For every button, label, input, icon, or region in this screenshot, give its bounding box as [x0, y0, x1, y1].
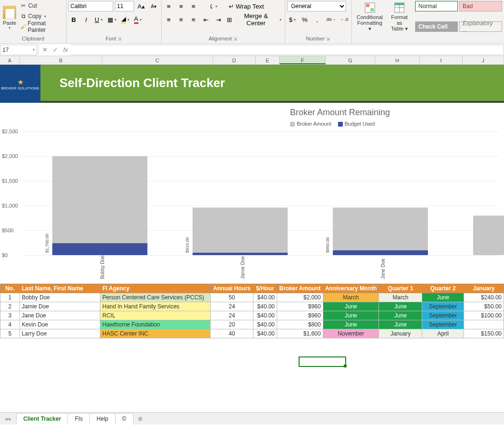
col-header-I[interactable]: I: [420, 56, 463, 64]
table-header[interactable]: Last Name, First Name: [19, 284, 100, 293]
insert-function-button[interactable]: fx: [60, 45, 71, 55]
copy-button[interactable]: ⧉Copy: [19, 11, 64, 21]
cell[interactable]: 2: [0, 302, 20, 311]
cell[interactable]: $150.00: [464, 329, 504, 338]
col-header-A[interactable]: A: [0, 56, 20, 64]
col-header-E[interactable]: E: [256, 56, 280, 64]
indent-inc-button[interactable]: ⇥: [213, 14, 223, 25]
cell[interactable]: Larry Doe: [19, 329, 100, 338]
align-right-button[interactable]: ≡: [188, 14, 199, 25]
table-row[interactable]: 4Kevin DoeHawthorne Foundation20$40.00$8…: [0, 320, 504, 329]
orientation-button[interactable]: ⤹: [207, 1, 219, 11]
cell[interactable]: Person Centered Care Services (PCCS): [100, 293, 211, 302]
font-name-select[interactable]: [68, 1, 113, 11]
worksheet[interactable]: ★ BROKER SOLUTIONS Self-Direction Client…: [0, 65, 504, 425]
number-format-select[interactable]: General: [287, 1, 346, 11]
align-center-button[interactable]: ≡: [176, 14, 186, 25]
cell[interactable]: September: [422, 302, 464, 311]
cell[interactable]: Bobby Doe: [19, 293, 100, 302]
col-header-G[interactable]: G: [326, 56, 375, 64]
cell[interactable]: Jane Doe: [19, 311, 100, 320]
cell[interactable]: $40.00: [253, 320, 277, 329]
accounting-button[interactable]: $: [287, 14, 298, 25]
cell[interactable]: RCIL: [100, 311, 211, 320]
table-header[interactable]: Broker Amount: [277, 284, 323, 293]
sheet-tab[interactable]: ©: [115, 413, 134, 425]
wrap-text-button[interactable]: ↵ Wrap Text: [227, 1, 265, 11]
cell[interactable]: $40.00: [253, 329, 277, 338]
cell[interactable]: Kevin Doe: [19, 320, 100, 329]
table-header[interactable]: $/Hour: [253, 284, 277, 293]
cell[interactable]: March: [323, 293, 379, 302]
cell[interactable]: November: [323, 329, 379, 338]
cell[interactable]: [464, 320, 504, 329]
cell[interactable]: June: [323, 311, 379, 320]
align-dialog-launcher[interactable]: ⇲: [232, 36, 238, 41]
italic-button[interactable]: I: [81, 14, 91, 25]
indent-dec-button[interactable]: ⇤: [201, 14, 211, 25]
table-header[interactable]: Annual Hours: [211, 284, 253, 293]
percent-button[interactable]: %: [300, 14, 310, 25]
cell[interactable]: $2,000: [277, 293, 323, 302]
cut-button[interactable]: ✂Cut: [19, 1, 64, 10]
comma-button[interactable]: ,: [312, 14, 322, 25]
sheet-tab[interactable]: Client Tracker: [16, 413, 68, 425]
border-button[interactable]: ▦: [106, 14, 118, 25]
col-header-H[interactable]: H: [375, 56, 420, 64]
cell[interactable]: 3: [0, 311, 20, 320]
table-row[interactable]: 3Jane DoeRCIL24$40.00$960JuneJuneSeptemb…: [0, 311, 504, 320]
cell[interactable]: June: [323, 302, 379, 311]
style-explanatory[interactable]: Explanatory ...: [459, 21, 502, 32]
inc-decimal-button[interactable]: .00→: [324, 14, 337, 25]
cell[interactable]: $50.00: [464, 302, 504, 311]
formula-input[interactable]: [71, 45, 504, 55]
name-box[interactable]: 17: [0, 45, 37, 55]
format-painter-button[interactable]: 🖌Format Painter: [19, 22, 64, 31]
cell[interactable]: 1: [0, 293, 20, 302]
chart[interactable]: Broker Amount Remaining Broker Amount Bu…: [0, 103, 504, 284]
font-color-button[interactable]: A: [133, 14, 143, 25]
cell[interactable]: $240.00: [464, 293, 504, 302]
cell[interactable]: 24: [211, 311, 253, 320]
enter-formula-button[interactable]: ✓: [50, 45, 60, 55]
grow-font-button[interactable]: A▴: [136, 1, 146, 11]
cell[interactable]: 20: [211, 320, 253, 329]
table-header[interactable]: FI Agency: [100, 284, 211, 293]
cell[interactable]: $960: [277, 311, 323, 320]
col-header-C[interactable]: C: [102, 56, 213, 64]
dec-decimal-button[interactable]: ←.0: [339, 14, 349, 25]
align-left-button[interactable]: ≡: [164, 14, 174, 25]
cell[interactable]: 4: [0, 320, 20, 329]
cell[interactable]: March: [379, 293, 422, 302]
cancel-formula-button[interactable]: ✕: [39, 45, 50, 55]
cell[interactable]: Jamie Doe: [19, 302, 100, 311]
align-middle-button[interactable]: ≡: [176, 1, 186, 11]
style-check-cell[interactable]: Check Cell: [415, 21, 458, 32]
data-table[interactable]: No.Last Name, First NameFI AgencyAnnual …: [0, 284, 504, 338]
cell[interactable]: June: [323, 320, 379, 329]
active-cell[interactable]: [299, 356, 346, 367]
underline-button[interactable]: U: [93, 14, 104, 25]
cell[interactable]: September: [422, 320, 464, 329]
cell[interactable]: January: [379, 329, 422, 338]
align-top-button[interactable]: ≡: [164, 1, 174, 11]
cell[interactable]: 50: [211, 293, 253, 302]
col-header-D[interactable]: D: [213, 56, 256, 64]
table-header[interactable]: January: [464, 284, 504, 293]
tab-nav[interactable]: ◂▸: [5, 415, 11, 422]
cell[interactable]: $800: [277, 320, 323, 329]
bold-button[interactable]: B: [68, 14, 79, 25]
cell[interactable]: $40.00: [253, 311, 277, 320]
table-header[interactable]: No.: [0, 284, 20, 293]
number-dialog-launcher[interactable]: ⇲: [325, 36, 331, 41]
cell[interactable]: 24: [211, 302, 253, 311]
font-size-select[interactable]: [115, 1, 134, 11]
conditional-formatting-button[interactable]: Conditional Formatting ▾: [354, 1, 386, 40]
font-dialog-launcher[interactable]: ⇲: [116, 36, 122, 41]
cell[interactable]: $100.00: [464, 311, 504, 320]
cell[interactable]: Hand In Hand Family Services: [100, 302, 211, 311]
cell[interactable]: $40.00: [253, 293, 277, 302]
cell[interactable]: HASC Center INC: [100, 329, 211, 338]
cell[interactable]: 40: [211, 329, 253, 338]
new-sheet-button[interactable]: ⊕: [138, 415, 143, 422]
